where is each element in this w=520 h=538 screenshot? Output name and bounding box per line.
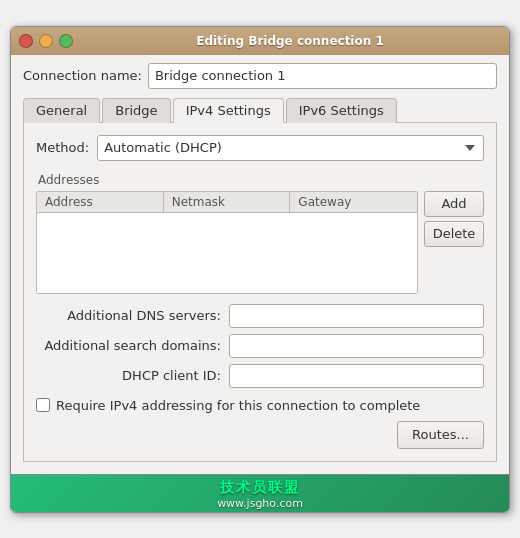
addresses-section: Addresses Address Netmask Gateway Add De… (36, 173, 484, 294)
tab-content: Method: Automatic (DHCP) Manual Link-Loc… (23, 123, 497, 462)
search-domains-label: Additional search domains: (36, 338, 221, 353)
col-netmask: Netmask (164, 192, 291, 212)
addresses-table-body (37, 213, 417, 293)
dns-servers-input[interactable] (229, 304, 484, 328)
connection-name-input[interactable] (148, 63, 497, 89)
watermark-line1: 技术员联盟 (11, 479, 509, 497)
require-ipv4-label: Require IPv4 addressing for this connect… (56, 398, 420, 413)
window-title: Editing Bridge connection 1 (79, 34, 501, 48)
table-header: Address Netmask Gateway (37, 192, 417, 213)
search-domains-input[interactable] (229, 334, 484, 358)
close-button[interactable] (19, 34, 33, 48)
method-row: Method: Automatic (DHCP) Manual Link-Loc… (36, 135, 484, 161)
search-domains-row: Additional search domains: (36, 334, 484, 358)
dhcp-client-id-input[interactable] (229, 364, 484, 388)
watermark: 技术员联盟 www.jsgho.com (11, 474, 509, 512)
require-ipv4-checkbox[interactable] (36, 398, 50, 412)
dns-servers-row: Additional DNS servers: (36, 304, 484, 328)
col-gateway: Gateway (290, 192, 417, 212)
addresses-table: Address Netmask Gateway (36, 191, 418, 294)
dhcp-client-id-row: DHCP client ID: (36, 364, 484, 388)
address-buttons: Add Delete (424, 191, 484, 294)
connection-name-label: Connection name: (23, 68, 142, 83)
add-address-button[interactable]: Add (424, 191, 484, 217)
connection-name-row: Connection name: (23, 63, 497, 89)
tab-bridge[interactable]: Bridge (102, 98, 170, 123)
window-content: Connection name: General Bridge IPv4 Set… (11, 55, 509, 474)
delete-address-button[interactable]: Delete (424, 221, 484, 247)
minimize-button[interactable] (39, 34, 53, 48)
dns-servers-label: Additional DNS servers: (36, 308, 221, 323)
addresses-table-wrapper: Address Netmask Gateway Add Delete (36, 191, 484, 294)
dhcp-client-id-label: DHCP client ID: (36, 368, 221, 383)
require-ipv4-row: Require IPv4 addressing for this connect… (36, 398, 484, 413)
maximize-button[interactable] (59, 34, 73, 48)
main-window: Editing Bridge connection 1 Connection n… (10, 26, 510, 513)
method-select[interactable]: Automatic (DHCP) Manual Link-Local Only … (97, 135, 484, 161)
titlebar: Editing Bridge connection 1 (11, 27, 509, 55)
routes-button[interactable]: Routes... (397, 421, 484, 449)
addresses-label: Addresses (36, 173, 484, 187)
tabs-bar: General Bridge IPv4 Settings IPv6 Settin… (23, 97, 497, 123)
watermark-line2: www.jsgho.com (11, 497, 509, 510)
tab-ipv6-settings[interactable]: IPv6 Settings (286, 98, 397, 123)
bottom-buttons-row: Routes... (36, 421, 484, 449)
tab-ipv4-settings[interactable]: IPv4 Settings (173, 98, 284, 123)
tab-general[interactable]: General (23, 98, 100, 123)
col-address: Address (37, 192, 164, 212)
method-label: Method: (36, 140, 89, 155)
